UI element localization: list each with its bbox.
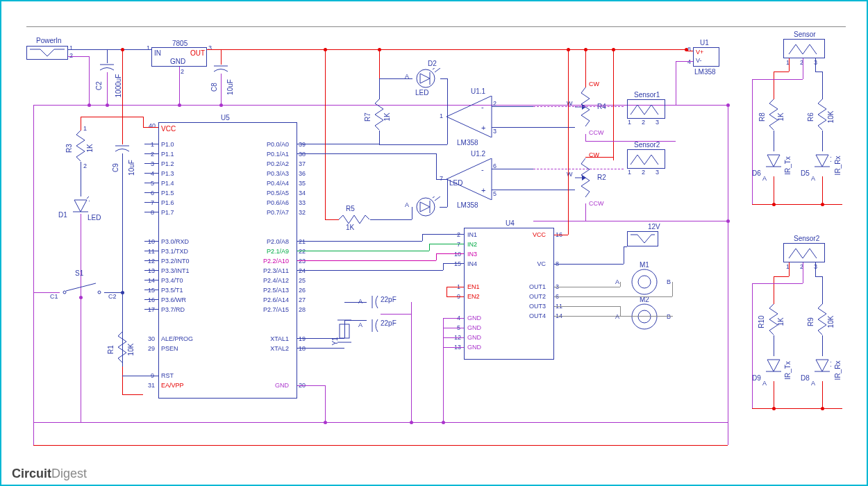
r3-resistor <box>75 131 86 165</box>
svg-text:+: + <box>481 124 485 132</box>
d5-led <box>813 151 831 179</box>
c8-ref: C8 <box>210 83 218 92</box>
svg-marker-2 <box>74 200 87 212</box>
r6-val: 10K <box>827 111 835 124</box>
svg-text:-: - <box>481 103 484 111</box>
svg-marker-29 <box>582 175 586 181</box>
reg-out: OUT <box>190 49 205 57</box>
c9-ref: C9 <box>112 163 119 172</box>
u5-ref: U5 <box>221 114 230 122</box>
svg-marker-27 <box>582 104 586 110</box>
r3-val: 1K <box>86 144 94 152</box>
d2-led <box>410 68 441 89</box>
u12-opamp: - + <box>440 158 495 200</box>
sensor-top-label: Sensor <box>794 31 816 38</box>
cap-y1b: 22pF <box>381 319 397 327</box>
reg-ref: 7805 <box>172 40 187 47</box>
d6-ref: D6 <box>752 169 761 177</box>
u5-vcc: VCC <box>161 125 176 133</box>
svg-line-43 <box>831 157 831 161</box>
svg-point-31 <box>638 276 651 288</box>
r8-val: 1K <box>777 112 785 121</box>
sensor2b-label: Sensor2 <box>794 235 819 242</box>
d6-led <box>765 151 783 179</box>
s1-switch <box>58 280 106 297</box>
svg-point-30 <box>632 269 657 294</box>
r1-ref: R1 <box>107 345 115 354</box>
u11-ref: U1.1 <box>471 87 485 95</box>
d5-val: IR_Rx <box>834 156 842 176</box>
svg-point-10 <box>417 69 435 87</box>
reg-gnd: GND <box>170 58 185 65</box>
svg-marker-47 <box>816 360 828 371</box>
r9-resistor <box>817 304 828 339</box>
cap-y1a: 22pF <box>381 296 397 303</box>
svg-point-7 <box>63 291 66 294</box>
r5-ref: R5 <box>346 205 355 212</box>
svg-line-5 <box>89 197 90 201</box>
svg-marker-41 <box>816 155 828 167</box>
d5-ref: D5 <box>801 169 810 177</box>
u1-part: LM358 <box>694 68 716 76</box>
m2-motor <box>624 303 665 330</box>
r6-ref: R6 <box>807 112 815 122</box>
svg-line-14 <box>435 68 440 72</box>
c2-ref: C2 <box>95 81 103 90</box>
svg-point-33 <box>638 310 651 323</box>
r1-resistor <box>117 332 128 367</box>
d1-ref: D1 <box>58 211 67 219</box>
d2-ref: D2 <box>428 60 437 67</box>
svg-point-8 <box>98 291 101 294</box>
svg-marker-11 <box>420 74 430 83</box>
r8-ref: R8 <box>758 112 766 122</box>
d9-val: IR_Tx <box>784 361 792 380</box>
r10-ref: R10 <box>758 315 765 328</box>
svg-marker-22 <box>420 202 430 212</box>
d1-val: LED <box>87 214 101 221</box>
svg-line-24 <box>433 196 438 198</box>
d9-ref: D9 <box>752 374 761 382</box>
c9-val: 10uF <box>128 160 135 176</box>
r7-val: 1K <box>383 112 391 121</box>
r1-val: 10K <box>127 344 135 356</box>
svg-line-9 <box>66 283 96 291</box>
watermark: CircuitDigest <box>12 467 87 481</box>
powerin-label: PowerIn <box>36 37 62 44</box>
svg-line-25 <box>435 196 440 201</box>
svg-marker-39 <box>767 155 780 167</box>
d9-led <box>765 356 783 384</box>
svg-line-13 <box>433 68 438 69</box>
r10-val: 1K <box>777 317 785 326</box>
c2-val: 1000uF <box>115 74 122 98</box>
r5-val: 1K <box>346 224 354 231</box>
r3-ref: R3 <box>65 144 73 153</box>
svg-text:+: + <box>481 186 485 194</box>
r9-ref: R9 <box>807 317 815 326</box>
d8-val: IR_Rx <box>834 361 842 380</box>
sensor2-label: Sensor2 <box>634 141 660 149</box>
d8-ref: D8 <box>801 374 810 382</box>
u12-part: LM358 <box>457 201 478 209</box>
d3-val: LED <box>449 179 462 187</box>
reg-in: IN <box>154 49 161 57</box>
c8-val: 10uF <box>226 79 234 95</box>
svg-point-21 <box>417 198 435 216</box>
schematic-canvas: PowerIn 1 2 C2 1000uF 7805 IN OUT GND 1 … <box>6 6 862 464</box>
svg-line-4 <box>87 196 90 199</box>
s1-ref: S1 <box>75 269 83 277</box>
d2-val: LED <box>415 89 428 97</box>
r5-resistor <box>339 214 374 225</box>
r9-val: 10K <box>827 316 835 328</box>
r7-ref: R7 <box>364 112 372 122</box>
d8-led <box>813 356 831 384</box>
u1-ref: U1 <box>700 39 709 47</box>
svg-point-32 <box>632 304 657 329</box>
svg-line-44 <box>831 161 831 165</box>
u11-opamp: - + <box>440 96 495 137</box>
svg-text:-: - <box>481 165 484 174</box>
d3-led <box>410 196 441 217</box>
svg-line-49 <box>831 362 831 366</box>
u12-ref: U1.2 <box>471 150 485 158</box>
u11-part: LM358 <box>457 139 478 146</box>
r2-ref: R2 <box>597 174 606 181</box>
